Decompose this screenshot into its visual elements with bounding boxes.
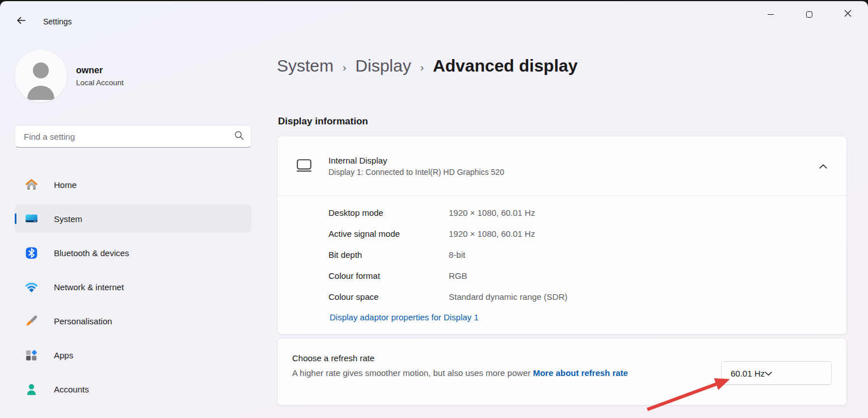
sidebar-item-accounts[interactable]: Accounts — [15, 375, 251, 403]
close-button[interactable] — [835, 5, 861, 24]
sidebar-item-label: Network & internet — [54, 282, 124, 292]
detail-value: RGB — [449, 271, 467, 281]
detail-value: 1920 × 1080, 60.01 Hz — [449, 229, 535, 239]
detail-row-colour-format: Colour format RGB — [328, 265, 846, 286]
sidebar-item-bluetooth-devices[interactable]: Bluetooth & devices — [15, 239, 251, 267]
breadcrumb-current-page: Advanced display — [433, 56, 578, 76]
profile-account-type: Local Account — [76, 78, 124, 87]
sidebar-item-label: Personalisation — [54, 316, 112, 326]
profile-name: owner — [76, 65, 124, 76]
detail-row-colour-space: Colour space Standard dynamic range (SDR… — [328, 286, 846, 307]
person-icon — [15, 51, 67, 102]
refresh-rate-dropdown[interactable]: 60.01 Hz — [721, 361, 832, 385]
breadcrumb-separator-icon: › — [343, 58, 346, 74]
detail-value: Standard dynamic range (SDR) — [449, 292, 567, 302]
chevron-down-icon — [765, 368, 772, 378]
back-arrow-icon — [16, 16, 26, 27]
back-button[interactable] — [12, 14, 30, 30]
close-icon — [844, 9, 852, 19]
refresh-rate-description-text: A higher rate gives smoother motion, but… — [292, 368, 530, 378]
section-title: Display information — [278, 116, 368, 127]
breadcrumb-item-display[interactable]: Display — [355, 56, 411, 76]
profile-text: owner Local Account — [76, 65, 124, 87]
display-details: Desktop mode 1920 × 1080, 60.01 Hz Activ… — [277, 196, 846, 323]
detail-row-desktop-mode: Desktop mode 1920 × 1080, 60.01 Hz — [328, 202, 846, 223]
laptop-display-icon — [296, 157, 315, 174]
network-icon — [24, 280, 39, 294]
sidebar-item-home[interactable]: Home — [15, 170, 251, 199]
apps-icon — [24, 348, 39, 362]
detail-value: 1920 × 1080, 60.01 Hz — [449, 208, 535, 218]
breadcrumb: System › Display › Advanced display — [277, 53, 578, 78]
profile[interactable]: owner Local Account — [15, 50, 124, 102]
search-box — [15, 125, 251, 148]
refresh-rate-card: Choose a refresh rate A higher rate give… — [277, 338, 847, 406]
display-info-card: Internal Display Display 1: Connected to… — [277, 136, 847, 335]
collapse-button[interactable] — [814, 157, 833, 174]
sidebar-item-label: System — [54, 214, 82, 224]
dropdown-selected-value: 60.01 Hz — [731, 369, 765, 378]
bluetooth-icon — [24, 246, 39, 260]
display-card-title: Internal Display — [328, 156, 504, 165]
personalisation-icon — [24, 314, 39, 328]
detail-label: Bit depth — [328, 250, 449, 260]
sidebar-item-label: Accounts — [54, 384, 89, 394]
display-card-header[interactable]: Internal Display Display 1: Connected to… — [277, 136, 846, 196]
sidebar-nav: Home System Blueto — [15, 170, 251, 409]
minimize-icon — [768, 14, 774, 15]
sidebar-item-label: Home — [54, 180, 77, 190]
detail-row-active-signal-mode: Active signal mode 1920 × 1080, 60.01 Hz — [328, 223, 846, 244]
home-icon — [24, 178, 39, 192]
breadcrumb-item-system[interactable]: System — [277, 56, 334, 76]
minimize-button[interactable] — [757, 5, 783, 24]
chevron-up-icon — [819, 161, 827, 171]
search-icon — [234, 131, 244, 143]
maximize-button[interactable] — [796, 5, 822, 24]
sidebar-item-label: Apps — [54, 350, 73, 360]
sidebar-item-personalisation[interactable]: Personalisation — [15, 307, 251, 335]
settings-window: Settings owner Local Account — [0, 1, 868, 418]
maximize-icon — [806, 11, 812, 18]
detail-value: 8-bit — [449, 250, 465, 260]
sidebar-item-apps[interactable]: Apps — [15, 341, 251, 369]
search-input[interactable] — [24, 132, 234, 141]
window-controls — [757, 5, 861, 24]
detail-row-bit-depth: Bit depth 8-bit — [328, 244, 846, 265]
display-card-header-text: Internal Display Display 1: Connected to… — [328, 156, 504, 177]
sidebar-item-label: Bluetooth & devices — [54, 248, 129, 258]
refresh-rate-description: A higher rate gives smoother motion, but… — [292, 367, 655, 379]
more-about-refresh-rate-link[interactable]: More about refresh rate — [533, 368, 628, 378]
display-adapter-properties-link[interactable]: Display adaptor properties for Display 1 — [330, 312, 479, 322]
display-card-subtitle: Display 1: Connected to Intel(R) HD Grap… — [328, 168, 504, 177]
detail-label: Colour format — [328, 271, 449, 281]
accounts-icon — [24, 382, 39, 396]
system-icon — [24, 212, 39, 226]
breadcrumb-separator-icon: › — [420, 58, 424, 74]
detail-label: Desktop mode — [328, 208, 449, 218]
window-title: Settings — [43, 17, 72, 26]
sidebar-item-system[interactable]: System — [15, 204, 251, 233]
avatar — [15, 50, 67, 102]
detail-label: Active signal mode — [328, 229, 449, 239]
sidebar-item-network-internet[interactable]: Network & internet — [15, 273, 251, 301]
selection-indicator — [15, 214, 16, 224]
detail-label: Colour space — [328, 292, 449, 302]
